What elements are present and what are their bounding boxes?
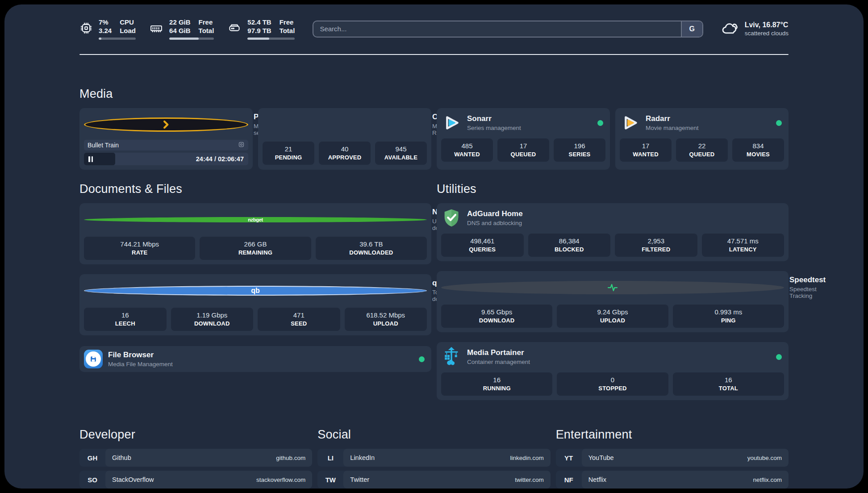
- section-media: Media Plex Media server: [79, 87, 789, 170]
- weather-location-temp: Lviv, 16.87°C: [745, 21, 789, 29]
- weather-widget: Lviv, 16.87°C scattered clouds: [721, 21, 789, 38]
- section-social: Social LI LinkedIn linkedin.com TW Twitt…: [317, 428, 550, 489]
- stat-box: 21PENDING: [263, 142, 314, 165]
- app-subtitle: DNS and adblocking: [467, 220, 784, 226]
- stat-box: 39.6 TBDOWNLOADED: [316, 237, 427, 260]
- app-subtitle: Container management: [467, 359, 771, 365]
- stat-box: 266 GBREMAINING: [200, 237, 311, 260]
- pause-icon[interactable]: [88, 156, 93, 162]
- stat-box: 618.52 MbpsUPLOAD: [345, 308, 427, 331]
- link-abbr: GH: [79, 449, 105, 467]
- section-entertainment: Entertainment YT YouTube youtube.com NF …: [556, 428, 789, 489]
- plex-now-playing: Bullet Train 24:44 / 02:06:47: [84, 140, 248, 165]
- cpu-icon: [79, 21, 93, 37]
- overseerr-card[interactable]: Overseerr Media Requests 21PENDING 40APP…: [258, 108, 431, 170]
- link-url: youtube.com: [747, 455, 782, 461]
- link-twitter[interactable]: TW Twitter twitter.com: [317, 471, 550, 489]
- sonarr-icon: [441, 113, 462, 133]
- link-github[interactable]: GH Github github.com: [79, 449, 312, 467]
- cpu-stat: 7%3.24 CPULoad: [79, 18, 136, 40]
- weather-condition: scattered clouds: [745, 30, 789, 37]
- qbittorrent-icon: qb: [84, 286, 427, 296]
- link-url: linkedin.com: [510, 455, 544, 461]
- disk-labels: FreeTotal: [280, 18, 295, 35]
- stat-box: 0STOPPED: [557, 372, 668, 396]
- disk-icon: [227, 21, 242, 37]
- link-url: twitter.com: [515, 476, 544, 483]
- portainer-icon: [441, 347, 462, 367]
- link-name: StackOverflow: [112, 476, 154, 483]
- link-name: LinkedIn: [350, 454, 375, 461]
- link-abbr: SO: [79, 471, 105, 489]
- radarr-icon: [620, 113, 640, 133]
- stat-box: 1.19 GbpsDOWNLOAD: [171, 308, 254, 331]
- section-developer: Developer GH Github github.com SO StackO…: [79, 428, 312, 489]
- link-url: netflix.com: [753, 476, 782, 483]
- filebrowser-card[interactable]: File Browser Media File Management: [79, 346, 431, 372]
- app-title: Radarr: [646, 114, 771, 123]
- dashboard: 7%3.24 CPULoad: [4, 4, 864, 489]
- disk-stat: 52.4 TB97.9 TB FreeTotal: [227, 18, 295, 40]
- app-title: Media Portainer: [467, 348, 771, 357]
- plex-card[interactable]: Plex Media server Bullet Train: [79, 108, 253, 170]
- qbittorrent-card[interactable]: qb qBittorrent Torrent downloader 16LEEC…: [79, 274, 431, 335]
- search-input[interactable]: [313, 25, 680, 33]
- link-stackoverflow[interactable]: SO StackOverflow stackoverflow.com: [79, 471, 312, 489]
- link-name: Twitter: [350, 476, 369, 483]
- status-dot-online: [597, 120, 603, 126]
- app-title: File Browser: [108, 351, 413, 359]
- app-subtitle: Series management: [467, 125, 592, 131]
- stat-box: 86,384BLOCKED: [528, 234, 611, 257]
- header-divider: [79, 54, 789, 55]
- plex-icon: [84, 117, 248, 132]
- stat-box: 834MOVIES: [732, 138, 784, 162]
- stat-box: 744.21 MbpsRATE: [84, 237, 195, 260]
- stat-box: 498,461QUERIES: [441, 234, 524, 257]
- stat-box: 16RUNNING: [441, 372, 552, 396]
- search-engine-button[interactable]: G: [681, 21, 702, 37]
- now-playing-title: Bullet Train: [88, 142, 119, 149]
- link-youtube[interactable]: YT YouTube youtube.com: [556, 449, 789, 467]
- portainer-card[interactable]: Media Portainer Container management 16R…: [437, 342, 789, 400]
- documents-heading: Documents & Files: [79, 182, 431, 196]
- session-settings-icon[interactable]: [238, 141, 245, 149]
- utilities-heading: Utilities: [437, 182, 789, 196]
- stat-box: 17QUEUED: [497, 138, 549, 162]
- sonarr-card[interactable]: Sonarr Series management 485WANTED 17QUE…: [437, 108, 610, 170]
- developer-heading: Developer: [79, 428, 312, 442]
- entertainment-heading: Entertainment: [556, 428, 789, 442]
- stat-box: 0.993 msPING: [673, 305, 784, 328]
- adguard-card[interactable]: AdGuard Home DNS and adblocking 498,461Q…: [437, 203, 789, 261]
- system-stats: 7%3.24 CPULoad: [79, 18, 295, 40]
- stat-box: 196SERIES: [554, 138, 605, 162]
- link-name: Github: [112, 454, 131, 461]
- link-url: stackoverflow.com: [256, 476, 305, 483]
- link-abbr: TW: [317, 471, 343, 489]
- disk-progress-bar: [247, 38, 295, 40]
- ram-values: 22 GiB64 GiB: [169, 18, 191, 35]
- stat-box: 17WANTED: [620, 138, 672, 162]
- status-dot-online: [419, 356, 425, 362]
- link-linkedin[interactable]: LI LinkedIn linkedin.com: [317, 449, 550, 467]
- section-utilities: Utilities AdGuard Home: [437, 182, 789, 400]
- radarr-card[interactable]: Radarr Movie management 17WANTED 22QUEUE…: [615, 108, 789, 170]
- link-name: YouTube: [588, 454, 614, 461]
- stat-box: 9.65 GbpsDOWNLOAD: [441, 305, 552, 328]
- media-heading: Media: [79, 87, 789, 101]
- section-documents: Documents & Files nzbget NZBGet Usenet d…: [79, 182, 431, 400]
- stat-box: 485WANTED: [441, 138, 493, 162]
- nzbget-card[interactable]: nzbget NZBGet Usenet downloader 744.21 M…: [79, 203, 431, 264]
- link-netflix[interactable]: NF Netflix netflix.com: [556, 471, 789, 489]
- stat-box: 40APPROVED: [319, 142, 371, 165]
- filebrowser-icon: [84, 350, 103, 368]
- speedtest-card[interactable]: Speedtest Speedtest Tracking 9.65 GbpsDO…: [437, 271, 789, 332]
- ram-stat: 22 GiB64 GiB FreeTotal: [149, 18, 214, 40]
- app-subtitle: Media File Management: [108, 361, 413, 368]
- cpu-labels: CPULoad: [120, 18, 136, 35]
- nzbget-icon: nzbget: [84, 217, 427, 222]
- status-dot-online: [776, 354, 782, 360]
- stat-box: 16LEECH: [84, 308, 167, 331]
- cpu-values: 7%3.24: [99, 18, 112, 35]
- social-heading: Social: [317, 428, 550, 442]
- stat-box: 9.24 GbpsUPLOAD: [557, 305, 668, 328]
